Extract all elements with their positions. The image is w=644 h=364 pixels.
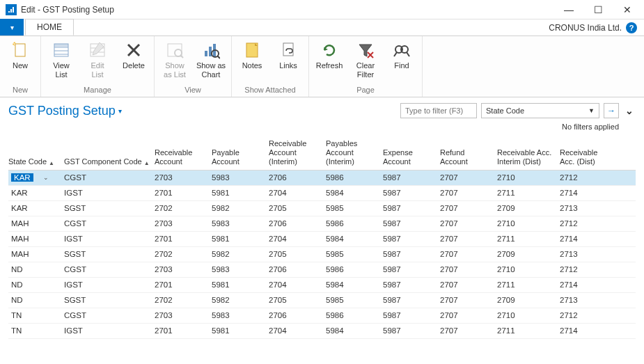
- minimize-button[interactable]: —: [555, 1, 583, 18]
- edit-list-button[interactable]: Edit List: [80, 39, 115, 79]
- col-state-code[interactable]: State Code▲: [8, 139, 64, 167]
- table-row[interactable]: KARIGST27015981270459845987270727112714: [8, 186, 636, 201]
- sort-asc-icon: ▲: [49, 160, 54, 167]
- title-bar: Edit - GST Posting Setup — ☐ ✕: [0, 0, 644, 19]
- col-refund-account[interactable]: Refund Account: [440, 139, 497, 167]
- table-row[interactable]: MAHIGST27015981270459845987270727112714: [8, 232, 636, 247]
- table-row[interactable]: MAHCGST27035983270659865987270727102712: [8, 216, 636, 232]
- svg-rect-8: [54, 44, 68, 47]
- col-payables-interim[interactable]: Payables Account (Interim): [326, 139, 383, 167]
- svg-line-29: [394, 52, 397, 56]
- refresh-icon: [320, 40, 339, 60]
- refresh-button[interactable]: Refresh: [312, 39, 347, 70]
- edit-list-icon: [88, 40, 107, 60]
- links-button[interactable]: Links: [271, 39, 306, 70]
- chevron-down-icon: ▼: [588, 107, 595, 114]
- col-payable-account[interactable]: Payable Account: [212, 139, 269, 167]
- grid-body: KAR⌄CGST27035983270659865987270727102712…: [8, 171, 636, 339]
- show-list-icon: [165, 40, 184, 60]
- svg-rect-2: [13, 7, 14, 13]
- window-title: Edit - GST Posting Setup: [21, 5, 555, 15]
- tabs-row: ▾ HOME: [0, 19, 644, 36]
- svg-line-28: [407, 52, 409, 56]
- col-receivable-dist[interactable]: Receivable Acc. (Dist): [560, 139, 615, 167]
- table-row[interactable]: NDSGST27025982270559855987270727092713: [8, 293, 636, 308]
- new-icon: [10, 40, 30, 60]
- delete-icon: [124, 40, 143, 60]
- home-tab[interactable]: HOME: [25, 19, 74, 35]
- filter-field-select[interactable]: State Code ▼: [481, 103, 599, 118]
- clear-filter-button[interactable]: Clear Filter: [348, 39, 383, 79]
- new-button[interactable]: New: [3, 39, 38, 70]
- list-icon: [52, 40, 71, 60]
- col-receivable-interim[interactable]: Receivable Account (Interim): [269, 139, 326, 167]
- sort-asc-icon: ▲: [144, 160, 150, 167]
- notes-button[interactable]: Notes: [235, 39, 269, 70]
- table-row[interactable]: MAHSGST27025982270559855987270727092713: [8, 247, 636, 262]
- svg-rect-3: [15, 44, 25, 56]
- svg-line-21: [217, 56, 220, 58]
- notes-icon: [242, 40, 262, 60]
- find-button[interactable]: Find: [384, 39, 419, 70]
- chevron-down-icon[interactable]: ⌄: [43, 174, 49, 181]
- show-as-chart-button[interactable]: Show as Chart: [194, 39, 228, 79]
- grid-header: State Code▲ GST Component Code▲ Receivab…: [8, 135, 636, 171]
- group-new-label: New: [3, 86, 38, 95]
- col-receivable-interim-dist[interactable]: Receivable Acc. Interim (Dist): [497, 139, 560, 167]
- table-row[interactable]: TNIGST27015981270459845987270727112714: [8, 324, 636, 339]
- svg-line-16: [180, 55, 183, 58]
- find-icon: [392, 40, 411, 60]
- group-manage-label: Manage: [44, 86, 151, 95]
- no-filters-label: No filters applied: [0, 121, 644, 135]
- filter-go-button[interactable]: →: [604, 103, 619, 118]
- maximize-button[interactable]: ☐: [584, 1, 612, 18]
- group-view-label: View: [157, 86, 228, 95]
- group-attached-label: Show Attached: [235, 86, 306, 95]
- chart-icon: [201, 40, 221, 60]
- close-button[interactable]: ✕: [613, 1, 641, 18]
- table-row[interactable]: NDCGST27035983270659865987270727102712: [8, 262, 636, 278]
- table-row[interactable]: KAR⌄CGST27035983270659865987270727102712: [8, 171, 636, 186]
- col-receivable-account[interactable]: Receivable Account: [155, 139, 212, 167]
- links-icon: [278, 40, 298, 60]
- page-title: GST Posting Setup: [8, 104, 116, 118]
- table-row[interactable]: TNCGST27035983270659865987270727102712: [8, 308, 636, 324]
- help-icon[interactable]: ?: [626, 22, 637, 33]
- company-name: CRONUS India Ltd.: [549, 23, 622, 33]
- table-row[interactable]: NDIGST27015981270459845987270727112714: [8, 278, 636, 293]
- page-title-dropdown-icon[interactable]: ▾: [118, 107, 122, 115]
- filter-input[interactable]: [400, 103, 477, 118]
- expand-button[interactable]: ⌄: [623, 103, 636, 118]
- svg-rect-0: [8, 11, 10, 13]
- group-page-label: Page: [312, 86, 419, 95]
- clear-filter-icon: [356, 40, 375, 60]
- ribbon: New New View List Edit List Delete Manag…: [0, 36, 644, 97]
- col-gst-component[interactable]: GST Component Code▲: [64, 139, 155, 167]
- file-tab[interactable]: ▾: [0, 19, 24, 35]
- data-grid: State Code▲ GST Component Code▲ Receivab…: [0, 135, 644, 339]
- show-as-list-button[interactable]: Show as List: [157, 39, 192, 79]
- app-icon: [6, 4, 17, 15]
- table-row[interactable]: KARSGST27025982270559855987270727092713: [8, 201, 636, 216]
- col-expense-account[interactable]: Expense Account: [383, 139, 440, 167]
- svg-rect-17: [205, 51, 207, 56]
- delete-button[interactable]: Delete: [116, 39, 151, 70]
- svg-rect-1: [10, 9, 12, 13]
- view-list-button[interactable]: View List: [44, 39, 79, 79]
